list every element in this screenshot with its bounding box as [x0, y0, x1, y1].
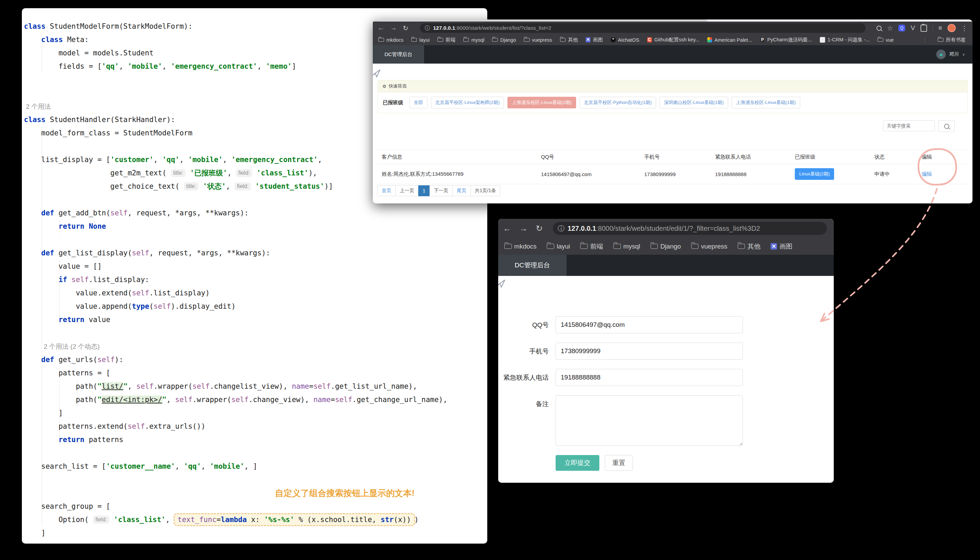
bookmark-item[interactable]: vuepress	[691, 243, 728, 250]
bookmark-item[interactable]: ✕画图	[771, 242, 792, 251]
code-token: self	[97, 355, 115, 364]
reset-button[interactable]: 重置	[605, 455, 633, 471]
code-token: .wrapper(	[193, 395, 231, 404]
filter-option-button[interactable]: 上海浦东校区-Linux基础(2期)	[507, 97, 576, 108]
page-link[interactable]: 尾页	[452, 185, 471, 196]
filter-option-button[interactable]: 北京昌平校区-Linux架构师(2期)	[431, 97, 504, 108]
filter-option-button[interactable]: 北京昌平校区-Python自动化(1期)	[580, 97, 656, 108]
filter-option-button[interactable]: 深圳南山校区-Linux基础(1期)	[659, 97, 728, 108]
page-current[interactable]: 1	[418, 185, 430, 196]
bookmark-item[interactable]: PPyCharm激活码最...	[760, 37, 812, 43]
bookmark-item[interactable]: vuepress	[524, 37, 552, 43]
reload-icon[interactable]: ↻	[403, 24, 408, 32]
profile-avatar[interactable]	[948, 24, 956, 32]
quick-filter-title: 快速筛选	[389, 83, 407, 89]
bookmark-item[interactable]: ✕画图	[586, 37, 603, 43]
bookmark-item[interactable]: mysql	[613, 243, 640, 250]
browser-menu-icon[interactable]: ⋮	[961, 24, 968, 32]
code-token: ,	[226, 182, 234, 190]
search-input[interactable]	[883, 120, 935, 131]
bookmark-item[interactable]: 其他	[560, 37, 578, 43]
clipboard-extension-icon[interactable]	[920, 25, 927, 32]
folder-icon	[524, 38, 530, 42]
code-token: lambda	[221, 515, 251, 524]
edit-link[interactable]: 编辑	[922, 171, 932, 177]
code-token: 'qq'	[184, 462, 201, 470]
bookmark-item[interactable]: mkdocs	[504, 243, 537, 250]
bookmark-item[interactable]: layui	[412, 37, 430, 43]
bookmark-label: 其他	[568, 37, 578, 43]
memo-textarea[interactable]	[556, 395, 743, 446]
draw-icon: ✕	[586, 37, 590, 42]
reload-icon[interactable]: ↻	[536, 223, 543, 233]
vimium-icon[interactable]: V	[911, 24, 915, 32]
search-button[interactable]	[938, 120, 955, 132]
folder-icon	[504, 244, 512, 248]
code-token: .extra_urls())	[145, 422, 205, 430]
code-token	[24, 275, 58, 284]
bookmark-item[interactable]: mysql	[463, 37, 485, 43]
code-token: def	[42, 249, 59, 257]
form-input[interactable]	[556, 316, 743, 333]
bookmark-label: Django	[500, 37, 516, 43]
page-link[interactable]: 首页	[377, 185, 396, 196]
form-input[interactable]	[556, 369, 743, 386]
bookmark-item[interactable]: *AIchatOS	[611, 37, 639, 43]
user-menu[interactable]: 邓川 ∨	[936, 50, 972, 59]
folder-icon	[437, 38, 443, 42]
brand-tab[interactable]: DC管理后台	[373, 45, 424, 63]
submit-button[interactable]: 立即提交	[556, 455, 600, 471]
address-bar[interactable]: ⓘ 127.0.0.1:8000/stark/web/student/edit/…	[553, 222, 827, 235]
media-list-icon[interactable]: ≡	[938, 24, 942, 32]
filter-option-button[interactable]: 上海浦东校区-Linux基础(1期)	[732, 97, 800, 108]
form-input[interactable]	[556, 343, 743, 360]
bookmark-item[interactable]: vue	[877, 37, 894, 43]
code-token: ,	[201, 462, 209, 470]
arrow-line	[821, 189, 937, 322]
forward-icon[interactable]: →	[390, 24, 397, 32]
code-token: title:	[184, 182, 199, 190]
folder-icon	[613, 244, 621, 248]
code-token: Meta:	[67, 35, 88, 44]
code-token: ,	[227, 169, 236, 177]
bookmark-item[interactable]: mkdocs	[378, 37, 404, 43]
bookmark-item[interactable]: CGithub配置ssh key...	[647, 37, 699, 43]
code-token: '状态'	[203, 182, 226, 190]
bookmark-item[interactable]: layui	[547, 243, 570, 250]
bookmark-item[interactable]: American Palet...	[707, 37, 752, 43]
back-icon[interactable]: ←	[377, 24, 384, 32]
back-icon[interactable]: ←	[503, 223, 511, 233]
bookmark-item[interactable]: 1-CRM - 问题集 -...	[820, 37, 870, 43]
page-plain: 下一页	[430, 185, 453, 196]
code-token: ,	[257, 62, 266, 70]
code-token: '%s-%s'	[264, 515, 294, 524]
bookmark-star-icon[interactable]: ☆	[887, 24, 893, 32]
bookmark-item[interactable]: 其他	[738, 242, 761, 251]
student-table: 客户信息QQ号手机号紧急联系人电话已报班级状态编辑姓名:周杰伦,联系方式:134…	[377, 150, 968, 184]
bookmark-all[interactable]: 所有书签	[938, 37, 966, 43]
form-label: QQ号	[498, 316, 556, 329]
site-info-icon[interactable]: ⓘ	[425, 25, 430, 32]
forward-icon[interactable]: →	[519, 223, 528, 233]
code-line: if self.list_display:	[24, 273, 487, 287]
address-bar[interactable]: ⓘ 127.0.0.1:8000/stark/web/student/list/…	[420, 23, 865, 33]
bookmark-item[interactable]: Django	[492, 37, 516, 43]
bookmark-label: layui	[556, 243, 570, 250]
bookmark-item[interactable]: Django	[651, 243, 681, 250]
extension-icon[interactable]: Q	[899, 25, 905, 32]
bookmark-item[interactable]: 前端	[580, 242, 603, 251]
code-token: patterns	[89, 435, 123, 444]
site-info-icon[interactable]: ⓘ	[558, 224, 565, 233]
code-token: model_form_class = StudentModelForm	[24, 129, 193, 137]
code-token: )	[415, 515, 419, 524]
search-icon[interactable]	[877, 26, 882, 31]
code-token: name	[292, 382, 309, 390]
brand-tab[interactable]: DC管理后台	[498, 255, 566, 276]
code-token	[24, 35, 42, 44]
code-token: StudentHandler(StarkHandler):	[50, 115, 175, 124]
bookmark-item[interactable]: 前端	[437, 37, 455, 43]
table-header-cell: 已报班级	[791, 154, 870, 160]
code-token: ):	[115, 355, 123, 364]
code-line: def get_urls(self):	[24, 353, 487, 367]
filter-option-button[interactable]: 全部	[409, 97, 427, 108]
